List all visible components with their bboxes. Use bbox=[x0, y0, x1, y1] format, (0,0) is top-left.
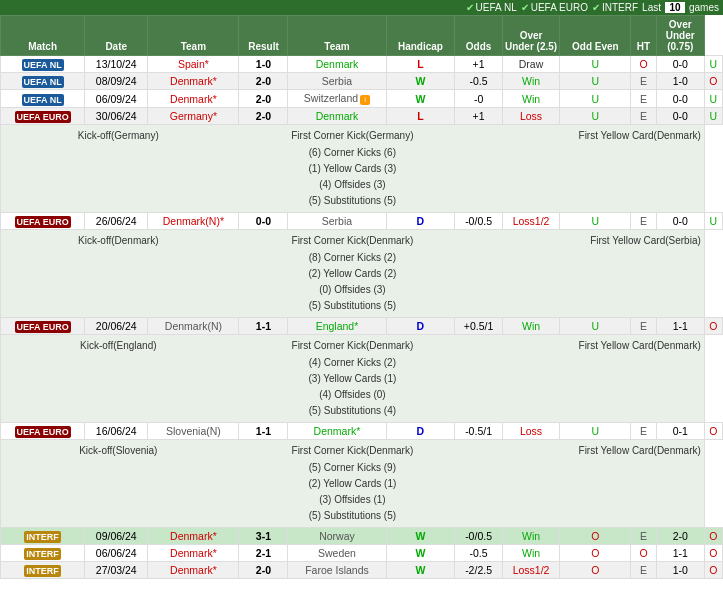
col-ou075: Over Under (0.75) bbox=[656, 16, 704, 56]
handicap-cell: -0/0.5 bbox=[455, 213, 502, 230]
team2-cell: Denmark* bbox=[288, 423, 386, 440]
result-cell: D bbox=[386, 213, 455, 230]
date-cell: 09/06/24 bbox=[85, 528, 148, 545]
ou25-cell: U bbox=[560, 56, 631, 73]
competition-cell: UEFA EURO bbox=[1, 423, 85, 440]
detail-cell: Kick-off(Slovenia)First Corner Kick(Denm… bbox=[1, 440, 705, 528]
handicap-cell: -0.5/1 bbox=[455, 423, 502, 440]
ou075-cell: U bbox=[704, 90, 722, 108]
handicap-cell: -2/2.5 bbox=[455, 562, 502, 579]
ht-cell: 1-0 bbox=[656, 73, 704, 90]
team2-cell: Denmark bbox=[288, 108, 386, 125]
handicap-cell: -0 bbox=[455, 90, 502, 108]
oe-cell: E bbox=[631, 73, 656, 90]
result-cell: W bbox=[386, 73, 455, 90]
ou075-cell: U bbox=[704, 108, 722, 125]
table-row: UEFA EURO26/06/24Denmark(N)*0-0SerbiaD-0… bbox=[1, 213, 723, 230]
odds-cell: Loss1/2 bbox=[502, 213, 559, 230]
team1-cell: Denmark* bbox=[148, 528, 239, 545]
competition-badge: UEFA EURO bbox=[15, 321, 71, 333]
team2-cell: Sweden bbox=[288, 545, 386, 562]
date-cell: 20/06/24 bbox=[85, 318, 148, 335]
date-cell: 13/10/24 bbox=[85, 56, 148, 73]
ou25-cell: O bbox=[560, 528, 631, 545]
col-match: Match bbox=[1, 16, 85, 56]
table-row: UEFA NL06/09/24Denmark*2-0SwitzerlandiW-… bbox=[1, 90, 723, 108]
ou25-cell: U bbox=[560, 423, 631, 440]
oe-cell: E bbox=[631, 562, 656, 579]
team1-cell: Denmark* bbox=[148, 90, 239, 108]
handicap-cell: +0.5/1 bbox=[455, 318, 502, 335]
odds-cell: Loss1/2 bbox=[502, 562, 559, 579]
result-cell: W bbox=[386, 545, 455, 562]
competition-cell: INTERF bbox=[1, 562, 85, 579]
games-label: games bbox=[689, 2, 719, 13]
score-cell: 1-1 bbox=[239, 423, 288, 440]
competition-cell: UEFA NL bbox=[1, 73, 85, 90]
ht-cell: 0-0 bbox=[656, 108, 704, 125]
competition-cell: UEFA EURO bbox=[1, 213, 85, 230]
ou25-cell: O bbox=[560, 562, 631, 579]
odds-cell: Win bbox=[502, 318, 559, 335]
table-row: UEFA EURO16/06/24Slovenia(N)1-1Denmark*D… bbox=[1, 423, 723, 440]
filter-uefa-nl[interactable]: ✔ UEFA NL bbox=[466, 2, 517, 13]
oe-cell: E bbox=[631, 108, 656, 125]
competition-badge: UEFA NL bbox=[22, 76, 64, 88]
detail-cell: Kick-off(England)First Corner Kick(Denma… bbox=[1, 335, 705, 423]
ou075-cell: O bbox=[704, 528, 722, 545]
ou075-cell: O bbox=[704, 73, 722, 90]
team1-cell: Denmark* bbox=[148, 545, 239, 562]
col-handicap: Handicap bbox=[386, 16, 455, 56]
col-ou25: Over Under (2.5) bbox=[502, 16, 559, 56]
table-row: UEFA NL08/09/24Denmark*2-0SerbiaW-0.5Win… bbox=[1, 73, 723, 90]
odds-cell: Win bbox=[502, 545, 559, 562]
col-date: Date bbox=[85, 16, 148, 56]
score-cell: 2-0 bbox=[239, 73, 288, 90]
oe-cell: E bbox=[631, 423, 656, 440]
table-row: UEFA EURO30/06/24Germany*2-0DenmarkL+1Lo… bbox=[1, 108, 723, 125]
matches-table: Match Date Team Result Team Handicap Odd… bbox=[0, 15, 723, 579]
ht-cell: 0-0 bbox=[656, 56, 704, 73]
result-cell: W bbox=[386, 90, 455, 108]
col-odds: Odds bbox=[455, 16, 502, 56]
date-cell: 16/06/24 bbox=[85, 423, 148, 440]
filter-uefa-euro[interactable]: ✔ UEFA EURO bbox=[521, 2, 588, 13]
date-cell: 26/06/24 bbox=[85, 213, 148, 230]
handicap-cell: +1 bbox=[455, 108, 502, 125]
odds-cell: Loss bbox=[502, 423, 559, 440]
date-cell: 06/09/24 bbox=[85, 90, 148, 108]
ht-cell: 0-1 bbox=[656, 423, 704, 440]
ou075-cell: O bbox=[704, 318, 722, 335]
odds-cell: Win bbox=[502, 528, 559, 545]
competition-badge: UEFA NL bbox=[22, 59, 64, 71]
team1-cell: Denmark(N) bbox=[148, 318, 239, 335]
team1-cell: Slovenia(N) bbox=[148, 423, 239, 440]
col-oe: Odd Even bbox=[560, 16, 631, 56]
competition-badge: UEFA EURO bbox=[15, 216, 71, 228]
odds-cell: Win bbox=[502, 73, 559, 90]
oe-cell: E bbox=[631, 90, 656, 108]
oe-cell: E bbox=[631, 528, 656, 545]
competition-badge: UEFA EURO bbox=[15, 111, 71, 123]
ht-cell: 1-0 bbox=[656, 562, 704, 579]
ht-cell: 0-0 bbox=[656, 90, 704, 108]
ou075-cell: U bbox=[704, 213, 722, 230]
ou25-cell: U bbox=[560, 108, 631, 125]
handicap-cell: +1 bbox=[455, 56, 502, 73]
competition-badge: INTERF bbox=[24, 531, 61, 543]
competition-badge: UEFA NL bbox=[22, 94, 64, 106]
team2-cell: Serbia bbox=[288, 73, 386, 90]
ht-cell: 1-1 bbox=[656, 545, 704, 562]
detail-cell: Kick-off(Germany)First Corner Kick(Germa… bbox=[1, 125, 705, 213]
team1-cell: Spain* bbox=[148, 56, 239, 73]
team2-cell: Denmark bbox=[288, 56, 386, 73]
last-value-box[interactable]: 10 bbox=[665, 2, 685, 13]
competition-badge: UEFA EURO bbox=[15, 426, 71, 438]
team1-cell: Germany* bbox=[148, 108, 239, 125]
score-cell: 2-0 bbox=[239, 108, 288, 125]
ou25-cell: U bbox=[560, 318, 631, 335]
ou075-cell: O bbox=[704, 562, 722, 579]
filter-interf[interactable]: ✔ INTERF bbox=[592, 2, 638, 13]
team2-cell: Switzerlandi bbox=[288, 90, 386, 108]
competition-badge: INTERF bbox=[24, 565, 61, 577]
